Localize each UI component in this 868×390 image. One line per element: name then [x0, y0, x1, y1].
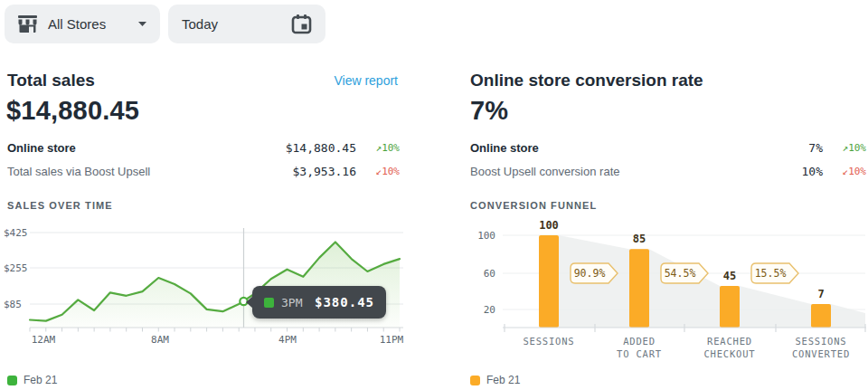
- svg-text:12AM: 12AM: [32, 334, 56, 346]
- legend-swatch-green: [7, 376, 17, 385]
- storefront-icon: [17, 14, 38, 33]
- metric-row-boost-upsell-conversion: Boost Upsell conversion rate 10% ↙10%: [470, 162, 866, 181]
- funnel-bar-sessions[interactable]: [539, 235, 559, 328]
- store-selector-label: All Stores: [48, 16, 106, 32]
- conversion-rows: Online store 7% ↗10% Boost Upsell conver…: [470, 138, 866, 181]
- conversion-rate-title: Online store conversion rate: [470, 71, 703, 90]
- sales-x-axis-labels: 12AM 8AM 4PM 11PM: [32, 334, 404, 346]
- total-sales-title: Total sales: [7, 71, 95, 90]
- metric-delta-down: ↙10%: [356, 166, 400, 177]
- conversion-funnel-heading: CONVERSION FUNNEL: [470, 200, 597, 211]
- svg-text:CHECKOUT: CHECKOUT: [704, 348, 756, 359]
- view-report-link[interactable]: View report: [318, 73, 398, 88]
- svg-text:SESSIONS: SESSIONS: [524, 336, 575, 347]
- svg-text:100: 100: [477, 230, 495, 242]
- legend-label: Feb 21: [486, 374, 520, 386]
- svg-text:85: 85: [633, 233, 646, 245]
- total-sales-rows: Online store $14,880.45 ↗10% Total sales…: [7, 138, 400, 181]
- tooltip-series-swatch: [264, 298, 274, 308]
- conversion-badge: 90.9%: [571, 263, 618, 283]
- svg-text:54.5%: 54.5%: [665, 267, 696, 280]
- calendar-icon: [291, 14, 312, 34]
- svg-text:7: 7: [817, 288, 824, 300]
- funnel-y-axis-labels: 100 60 20: [477, 230, 495, 316]
- tooltip-value: $380.45: [315, 295, 374, 309]
- svg-text:REACHED: REACHED: [707, 336, 752, 347]
- metric-label: Boost Upsell conversion rate: [470, 165, 802, 178]
- funnel-category-labels: SESSIONS ADDED TO CART REACHED CHECKOUT …: [524, 336, 851, 359]
- legend-label: Feb 21: [24, 374, 57, 386]
- metric-label: Online store: [7, 141, 286, 155]
- chevron-down-icon: [137, 21, 147, 27]
- svg-text:15.5%: 15.5%: [755, 267, 787, 280]
- svg-text:$425: $425: [4, 227, 28, 239]
- sales-over-time-heading: SALES OVER TIME: [7, 200, 113, 211]
- sales-x-ticks: [30, 328, 400, 332]
- funnel-legend: Feb 21: [470, 374, 520, 386]
- svg-text:$85: $85: [4, 299, 22, 310]
- svg-text:ADDED: ADDED: [623, 336, 656, 347]
- legend-swatch-orange: [470, 376, 480, 385]
- svg-text:SESSIONS: SESSIONS: [796, 336, 847, 347]
- metric-delta-down: ↙10%: [823, 166, 866, 177]
- sales-legend: Feb 21: [7, 374, 57, 386]
- date-range-selector[interactable]: Today: [168, 5, 326, 43]
- svg-text:60: 60: [484, 268, 495, 280]
- svg-text:8AM: 8AM: [151, 334, 169, 346]
- chart-tooltip: 3PM $380.45: [252, 286, 386, 319]
- funnel-bar-sessions-converted[interactable]: [811, 304, 831, 328]
- svg-text:90.9%: 90.9%: [574, 267, 606, 280]
- total-sales-value: $14,880.45: [6, 96, 139, 126]
- conversion-rate-value: 7%: [470, 96, 508, 126]
- metric-value: 10%: [802, 165, 823, 178]
- funnel-bar-added-to-cart[interactable]: [629, 249, 649, 328]
- sales-over-time-chart[interactable]: $425 $255 $85 12AM 8AM 4PM 11PM: [0, 220, 416, 347]
- svg-text:11PM: 11PM: [380, 334, 404, 346]
- conversion-funnel-chart[interactable]: 100 60 20 100 85 45 7 90.9% 54.5%: [468, 220, 868, 363]
- svg-text:TO CART: TO CART: [617, 348, 662, 359]
- date-range-label: Today: [182, 16, 218, 32]
- svg-text:$255: $255: [4, 262, 28, 274]
- sales-y-axis-labels: $425 $255 $85: [4, 227, 28, 310]
- svg-text:100: 100: [539, 220, 559, 232]
- metric-value: 7%: [808, 141, 823, 155]
- metric-value: $14,880.45: [286, 141, 356, 155]
- metric-delta-up: ↗10%: [356, 142, 400, 154]
- metric-delta-up: ↗10%: [823, 142, 866, 154]
- store-selector[interactable]: All Stores: [5, 5, 160, 43]
- metric-row-online-store-conversion: Online store 7% ↗10%: [470, 138, 866, 157]
- svg-text:45: 45: [723, 270, 736, 282]
- funnel-conversion-badges: 90.9% 54.5% 15.5%: [571, 263, 798, 283]
- svg-text:4PM: 4PM: [278, 334, 297, 346]
- metric-value: $3,953.16: [293, 165, 356, 178]
- svg-text:CONVERTED: CONVERTED: [792, 348, 850, 359]
- conversion-badge: 15.5%: [751, 263, 798, 283]
- analytics-dashboard: All Stores Today Total sales View report…: [0, 0, 868, 390]
- metric-row-boost-upsell-sales: Total sales via Boost Upsell $3,953.16 ↙…: [7, 162, 400, 181]
- conversion-badge: 54.5%: [661, 263, 708, 283]
- svg-text:20: 20: [484, 304, 495, 316]
- metric-label: Online store: [470, 141, 808, 155]
- metric-label: Total sales via Boost Upsell: [7, 165, 293, 178]
- funnel-bar-reached-checkout[interactable]: [720, 286, 740, 328]
- tooltip-time: 3PM: [281, 296, 302, 309]
- metric-row-online-store-sales: Online store $14,880.45 ↗10%: [7, 138, 400, 157]
